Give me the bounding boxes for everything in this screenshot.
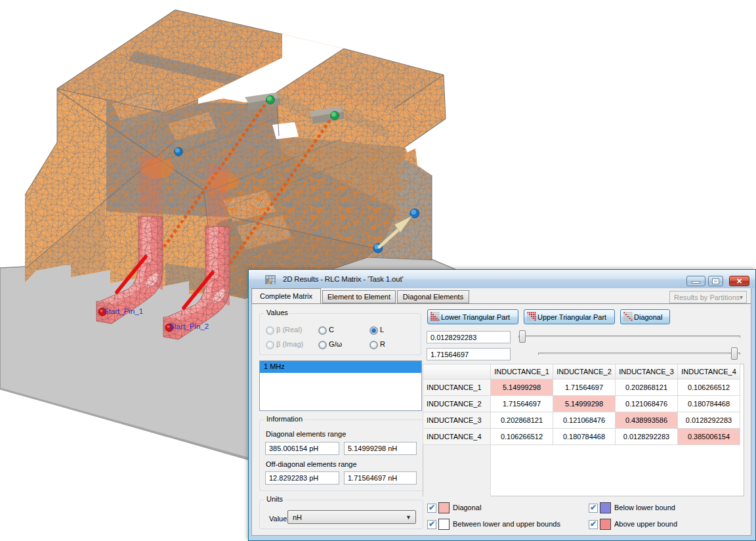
svg-text:Start_Pin_1: Start_Pin_1 bbox=[104, 307, 143, 315]
svg-text:Start_Pin_2: Start_Pin_2 bbox=[169, 322, 209, 330]
